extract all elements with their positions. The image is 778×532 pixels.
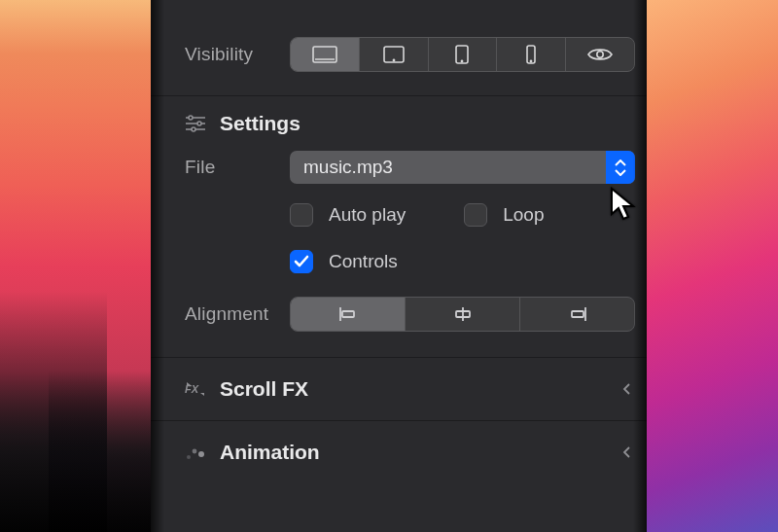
svg-rect-16 — [342, 311, 354, 317]
visibility-tablet-portrait[interactable] — [429, 38, 498, 71]
scrollfx-icon: FX — [185, 378, 206, 400]
controls-checkbox[interactable] — [290, 250, 313, 273]
controls-row: Controls — [290, 250, 647, 273]
animation-section-header[interactable]: Animation — [151, 421, 647, 483]
tablet-portrait-icon — [453, 45, 471, 64]
loop-label: Loop — [503, 204, 544, 226]
autoplay-checkbox[interactable] — [290, 203, 313, 227]
chevron-up-icon — [615, 160, 626, 167]
autoplay-row: Auto play Loop — [290, 203, 647, 227]
align-left-icon — [337, 306, 359, 322]
animation-icon — [185, 442, 206, 463]
file-label: File — [185, 157, 290, 178]
svg-point-14 — [192, 127, 195, 131]
canvas-background-left — [0, 0, 151, 532]
visibility-segment — [290, 37, 635, 72]
svg-point-12 — [197, 122, 201, 125]
alignment-row: Alignment — [151, 297, 647, 357]
check-icon — [294, 255, 309, 268]
file-dropdown-value: music.mp3 — [290, 157, 606, 178]
file-dropdown[interactable]: music.mp3 — [290, 151, 635, 184]
scrollfx-section-header[interactable]: FX Scroll FX — [151, 358, 647, 420]
controls-label: Controls — [329, 251, 398, 272]
inspector-panel: Visibility — [151, 0, 647, 532]
align-left[interactable] — [291, 298, 406, 331]
dropdown-stepper[interactable] — [606, 151, 635, 184]
visibility-label: Visibility — [185, 44, 290, 65]
visibility-phone[interactable] — [497, 38, 566, 71]
svg-point-24 — [198, 451, 204, 457]
svg-point-22 — [187, 455, 191, 459]
visibility-desktop[interactable] — [291, 38, 360, 71]
desktop-wallpaper — [647, 0, 778, 532]
collapse-left-icon[interactable] — [621, 377, 631, 401]
animation-title: Animation — [220, 441, 320, 464]
svg-point-10 — [189, 116, 193, 120]
canvas-silhouette — [49, 370, 165, 532]
collapse-left-icon[interactable] — [621, 441, 631, 464]
sliders-icon — [185, 113, 206, 134]
svg-point-23 — [193, 449, 197, 454]
svg-point-5 — [462, 60, 463, 61]
visibility-preview[interactable] — [566, 38, 634, 71]
tablet-landscape-icon — [382, 46, 406, 63]
svg-point-8 — [597, 52, 603, 57]
svg-rect-20 — [572, 311, 584, 317]
align-right-icon — [567, 306, 588, 322]
autoplay-label: Auto play — [329, 204, 406, 226]
alignment-label: Alignment — [185, 303, 290, 325]
scrollfx-title: Scroll FX — [220, 377, 308, 401]
svg-point-3 — [393, 59, 394, 60]
align-center[interactable] — [406, 298, 520, 331]
align-right[interactable] — [520, 298, 634, 331]
align-center-icon — [452, 306, 474, 322]
visibility-row: Visibility — [151, 0, 647, 95]
phone-icon — [524, 45, 538, 64]
svg-point-7 — [531, 60, 532, 61]
alignment-segment — [290, 297, 635, 332]
playback-options: Auto play Loop Controls — [151, 203, 647, 273]
file-row: File music.mp3 — [151, 147, 647, 184]
eye-icon — [587, 47, 613, 62]
desktop-icon — [312, 46, 337, 63]
settings-title: Settings — [220, 112, 301, 135]
visibility-tablet-landscape[interactable] — [360, 38, 429, 71]
loop-checkbox[interactable] — [464, 203, 487, 227]
settings-section-header[interactable]: Settings — [151, 96, 647, 147]
chevron-down-icon — [615, 168, 626, 176]
